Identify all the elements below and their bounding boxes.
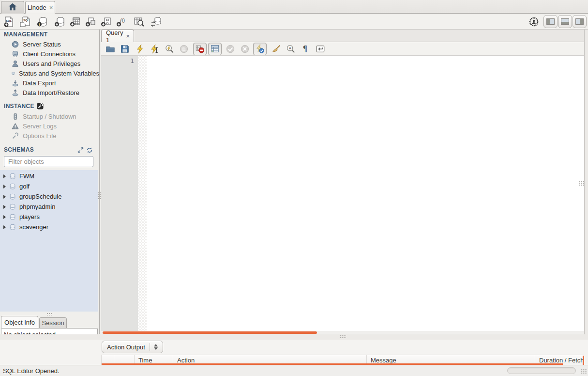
stop-on-error-icon — [195, 44, 205, 54]
sidebar-splitter-grip[interactable] — [98, 192, 101, 200]
tab-session[interactable]: Session — [39, 317, 67, 328]
new-sql-file-button[interactable]: SQL — [2, 16, 15, 28]
server-status-icon — [12, 41, 19, 48]
close-icon[interactable]: × — [126, 32, 130, 40]
schema-item-fwm[interactable]: FWM — [0, 171, 98, 181]
wrench-icon — [12, 132, 19, 140]
output-panel: Action Output Time Action Message Durati… — [0, 340, 588, 365]
expander-arrow-icon[interactable] — [3, 215, 6, 219]
status-message: SQL Editor Opened. — [3, 367, 60, 375]
execute-current-button[interactable] — [149, 43, 161, 55]
right-panel-splitter[interactable] — [584, 30, 588, 334]
schema-item-golf[interactable]: golf — [0, 181, 98, 191]
create-table-button[interactable] — [69, 16, 81, 28]
schema-item-players[interactable]: players — [0, 212, 98, 222]
limit-rows-toggle[interactable] — [208, 43, 222, 55]
database-icon — [9, 193, 16, 200]
toggle-left-sidebar-button[interactable] — [543, 15, 558, 28]
save-script-icon — [120, 44, 130, 54]
save-script-button[interactable] — [119, 43, 131, 55]
sidebar-item-data-export[interactable]: Data Export — [0, 78, 99, 88]
sidebar-item-server-status[interactable]: Server Status — [0, 39, 99, 49]
output-grid-header: Time Action Message Duration / Fetch — [101, 355, 584, 365]
right-panel-splitter-grip[interactable] — [579, 180, 585, 186]
open-script-button[interactable] — [105, 43, 116, 55]
create-view-button[interactable] — [84, 16, 97, 28]
stop-button[interactable] — [178, 43, 190, 55]
expander-arrow-icon[interactable] — [3, 195, 6, 199]
create-procedure-button[interactable] — [100, 16, 112, 28]
schema-item-scavenger[interactable]: scavenger — [0, 222, 98, 232]
find-button[interactable]: A — [285, 43, 297, 55]
search-data-button[interactable] — [133, 16, 145, 28]
editor-horizontal-scrollbar[interactable] — [101, 331, 584, 334]
output-scrollbar-thumb[interactable] — [583, 356, 584, 365]
reconnect-database-button[interactable] — [150, 16, 163, 28]
execute-button[interactable] — [135, 43, 146, 55]
svg-text:A: A — [289, 46, 292, 50]
svg-text:SQL: SQL — [23, 19, 30, 22]
sidebar-item-server-logs[interactable]: Server Logs — [0, 121, 99, 131]
create-schema-button[interactable] — [53, 16, 66, 28]
output-splitter-grip[interactable] — [339, 335, 346, 339]
explain-button[interactable] — [164, 43, 175, 55]
explain-icon — [165, 44, 174, 54]
autocommit-icon — [255, 44, 265, 54]
refresh-icon[interactable] — [86, 147, 93, 155]
commit-button[interactable] — [225, 43, 236, 55]
expand-icon[interactable] — [77, 147, 84, 155]
tab-query-1[interactable]: Query 1 × — [101, 30, 134, 42]
sidebar-splitter-grip[interactable] — [46, 313, 53, 315]
sidebar-item-startup-shutdown[interactable]: Startup / Shutdown — [0, 111, 99, 121]
sidebar-item-options-file[interactable]: Options File — [0, 131, 99, 141]
beautify-button[interactable] — [271, 43, 282, 55]
home-tab[interactable] — [1, 1, 24, 14]
expander-arrow-icon[interactable] — [3, 205, 6, 209]
sql-editor[interactable]: 1 — [101, 56, 584, 331]
tab-object-info[interactable]: Object Info — [1, 316, 38, 328]
sidebar: MANAGEMENT Server Status Client Connecti… — [0, 30, 99, 365]
stop-on-error-toggle[interactable] — [193, 43, 207, 55]
invisible-chars-button[interactable]: ¶ — [300, 43, 311, 55]
sidebar-item-data-import[interactable]: Data Import/Restore — [0, 88, 99, 97]
create-function-icon: f () — [116, 16, 127, 28]
sidebar-item-users-privileges[interactable]: Users and Privileges — [0, 59, 99, 68]
toggle-bottom-panel-button[interactable] — [558, 15, 572, 28]
expander-arrow-icon[interactable] — [3, 185, 6, 188]
execute-icon — [136, 44, 145, 54]
sidebar-splitter[interactable] — [99, 30, 100, 334]
management-section-title: MANAGEMENT — [4, 31, 47, 38]
rollback-icon — [240, 44, 250, 54]
schema-filter-input[interactable] — [8, 158, 93, 165]
resize-grip[interactable] — [580, 368, 587, 374]
output-type-select[interactable]: Action Output — [102, 341, 163, 353]
search-data-icon — [133, 16, 145, 28]
schema-item-groupschedule[interactable]: groupSchedule — [0, 191, 98, 202]
word-wrap-button[interactable] — [315, 43, 326, 55]
limit-rows-icon — [210, 44, 220, 54]
sidebar-item-system-variables[interactable]: Status and System Variables — [0, 68, 99, 78]
main-toolbar: SQL SQL i — [0, 14, 588, 30]
window-tab-bar: Linode × — [0, 0, 588, 14]
fold-margin — [138, 56, 147, 331]
stop-icon — [179, 44, 189, 54]
scrollbar-thumb[interactable] — [103, 331, 317, 334]
create-function-button[interactable]: f () — [115, 16, 128, 28]
preferences-button[interactable] — [528, 16, 540, 28]
connection-tab-label: Linode — [28, 4, 46, 11]
sidebar-item-client-connections[interactable]: Client Connections — [0, 49, 99, 59]
svg-text:¶: ¶ — [303, 45, 308, 53]
close-icon[interactable]: × — [49, 4, 53, 11]
toggle-left-sidebar-icon — [546, 18, 555, 25]
connection-tab[interactable]: Linode × — [25, 1, 55, 14]
rollback-button[interactable] — [239, 43, 251, 55]
output-splitter[interactable] — [0, 334, 588, 340]
schema-item-phpmyadmin[interactable]: phpmyadmin — [0, 202, 98, 212]
open-sql-file-button[interactable]: SQL — [19, 16, 31, 28]
toggle-right-sidebar-button[interactable] — [573, 15, 587, 28]
expander-arrow-icon[interactable] — [3, 174, 6, 178]
expander-arrow-icon[interactable] — [3, 225, 6, 229]
inspect-database-icon: i — [36, 16, 48, 28]
inspect-database-button[interactable]: i — [36, 16, 48, 28]
autocommit-toggle[interactable] — [253, 43, 267, 55]
